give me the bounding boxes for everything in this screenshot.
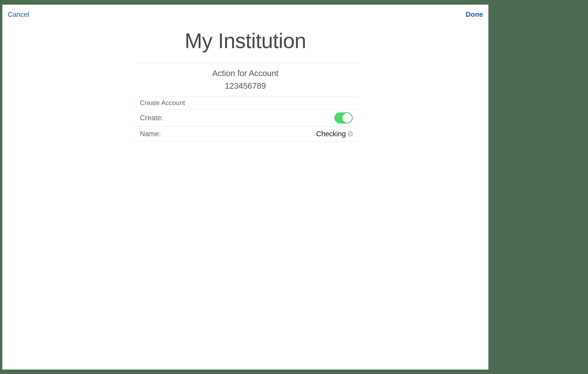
done-button[interactable]: Done xyxy=(466,10,483,18)
create-label: Create: xyxy=(140,114,163,122)
cancel-button[interactable]: Cancel xyxy=(8,10,29,18)
name-value-wrap xyxy=(257,130,353,138)
modal-sheet: Cancel Done My Institution Action for Ac… xyxy=(2,5,488,370)
action-header-text: Action for Account xyxy=(133,67,358,80)
content-area: Action for Account 123456789 Create Acco… xyxy=(133,63,358,142)
name-input[interactable] xyxy=(257,130,346,138)
action-header-account: 123456789 xyxy=(133,80,358,92)
section-label: Create Account xyxy=(133,96,358,110)
name-label: Name: xyxy=(140,130,161,138)
clear-icon[interactable] xyxy=(348,131,353,137)
name-row: Name: xyxy=(133,127,358,142)
create-row: Create: xyxy=(133,110,358,127)
create-toggle[interactable] xyxy=(335,112,353,124)
action-header: Action for Account 123456789 xyxy=(133,63,358,96)
toggle-knob xyxy=(342,113,352,123)
toolbar: Cancel Done xyxy=(2,5,488,21)
page-title: My Institution xyxy=(2,29,488,53)
